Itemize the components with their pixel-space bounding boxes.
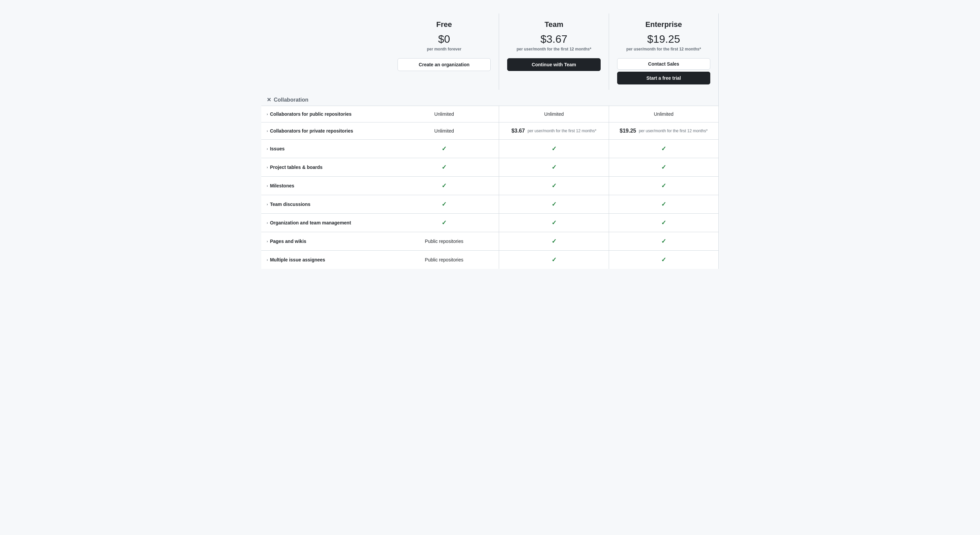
chevron-icon: › [267,112,268,116]
check-icon: ✓ [552,182,557,189]
check-icon: ✓ [661,182,666,189]
enterprise-plan-period: per user/month for the first 12 months* [617,47,710,51]
enterprise-plan-name: Enterprise [617,20,710,29]
chevron-icon: › [267,239,268,243]
check-icon: ✓ [552,164,557,170]
free-cell: ✓ [390,158,499,177]
enterprise-cell: ✓ [609,140,718,158]
enterprise-plan-header: Enterprise $19.25 per user/month for the… [609,13,718,90]
team-cell: ✓ [499,195,609,214]
enterprise-cell: Unlimited [609,106,718,123]
table-row: › Pages and wikis Public repositories✓✓ [261,232,719,251]
check-icon: ✓ [442,182,447,189]
check-icon: ✓ [661,201,666,208]
table-row: › Team discussions ✓✓✓ [261,195,719,214]
enterprise-cell: ✓ [609,158,718,177]
table-row: › Collaborators for public repositories … [261,106,719,123]
enterprise-cell: ✓ [609,214,718,232]
feature-name: › Milestones [267,183,384,188]
check-icon: ✓ [661,238,666,245]
feature-name: › Project tables & boards [267,164,384,170]
team-plan-header: Team $3.67 per user/month for the first … [499,13,609,90]
table-row: › Milestones ✓✓✓ [261,177,719,195]
feature-name: › Issues [267,146,384,151]
free-plan-header: Free $0 per month forever Create an orga… [390,13,499,90]
check-icon: ✓ [552,256,557,263]
chevron-icon: › [267,202,268,206]
feature-name: › Multiple issue assignees [267,257,384,263]
check-icon: ✓ [661,256,666,263]
team-plan-name: Team [507,20,600,29]
enterprise-price-sub: per user/month for the first 12 months* [639,129,708,133]
chevron-icon: › [267,258,268,262]
chevron-icon: › [267,129,268,133]
chevron-icon: › [267,147,268,151]
free-cell: Unlimited [390,106,499,123]
check-icon: ✓ [661,220,666,226]
team-plan-price: $3.67 [507,33,600,45]
team-cell: Unlimited [499,106,609,123]
feature-name: › Team discussions [267,202,384,207]
check-icon: ✓ [552,220,557,226]
enterprise-cell: ✓ [609,195,718,214]
team-cell: ✓ [499,214,609,232]
free-cell: Public repositories [390,251,499,269]
check-icon: ✓ [442,145,447,152]
enterprise-plan-price: $19.25 [617,33,710,45]
feature-name: › Organization and team management [267,220,384,225]
check-icon: ✓ [552,238,557,245]
check-icon: ✓ [661,164,666,170]
free-cell: Public repositories [390,232,499,251]
free-cell: Unlimited [390,123,499,140]
check-icon: ✓ [442,220,447,226]
chevron-icon: › [267,221,268,225]
team-cell: ✓ [499,177,609,195]
check-icon: ✓ [442,201,447,208]
feature-name: › Collaborators for private repositories [267,128,384,134]
enterprise-cta-button[interactable]: Start a free trial [617,72,710,84]
table-row: › Issues ✓✓✓ [261,140,719,158]
team-plan-period: per user/month for the first 12 months* [507,47,600,51]
enterprise-contact-button[interactable]: Contact Sales [617,58,710,70]
feature-name: › Collaborators for public repositories [267,111,384,117]
free-plan-name: Free [398,20,491,29]
table-row: › Multiple issue assignees Public reposi… [261,251,719,269]
feature-name: › Pages and wikis [267,239,384,244]
team-cell: ✓ [499,140,609,158]
free-plan-price: $0 [398,33,491,45]
team-price-sub: per user/month for the first 12 months* [528,129,597,133]
team-cta-button[interactable]: Continue with Team [507,58,600,71]
check-icon: ✓ [552,145,557,152]
team-cell: ✓ [499,251,609,269]
enterprise-price: $19.25 [619,128,636,134]
check-icon: ✓ [442,164,447,170]
enterprise-cell: ✓ [609,251,718,269]
free-cell: ✓ [390,195,499,214]
free-cta-button[interactable]: Create an organization [398,58,491,71]
enterprise-cell: $19.25 per user/month for the first 12 m… [609,123,718,140]
enterprise-cell: ✓ [609,177,718,195]
table-row: › Project tables & boards ✓✓✓ [261,158,719,177]
enterprise-cell: ✓ [609,232,718,251]
section-name: Collaboration [274,97,309,103]
team-price: $3.67 [512,128,525,134]
chevron-icon: › [267,184,268,188]
table-row: › Collaborators for private repositories… [261,123,719,140]
table-row: › Organization and team management ✓✓✓ [261,214,719,232]
team-cell: ✓ [499,232,609,251]
free-plan-period: per month forever [398,47,491,51]
free-cell: ✓ [390,177,499,195]
team-cell: ✓ [499,158,609,177]
free-cell: ✓ [390,140,499,158]
check-icon: ✓ [661,145,666,152]
section-header-collaboration: ✕ Collaboration [261,90,719,106]
check-icon: ✓ [552,201,557,208]
free-cell: ✓ [390,214,499,232]
chevron-icon: › [267,165,268,169]
team-cell: $3.67 per user/month for the first 12 mo… [499,123,609,140]
collab-icon: ✕ [267,97,271,103]
